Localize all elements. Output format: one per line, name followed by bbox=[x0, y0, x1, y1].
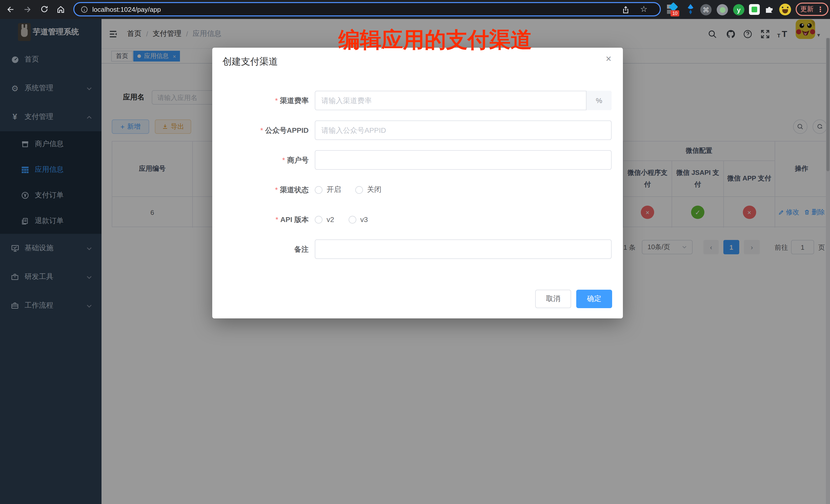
remark-label: 备注 bbox=[294, 245, 309, 253]
radio-status-enabled[interactable]: 开启 bbox=[315, 180, 341, 199]
required-star: * bbox=[275, 186, 278, 194]
browser-menu-icon[interactable]: ⋮ bbox=[817, 5, 824, 13]
bookmark-star-icon[interactable]: ☆ bbox=[640, 4, 647, 14]
api-version-label: API 版本 bbox=[280, 215, 309, 224]
annotation-text: 编辑应用的支付渠道 bbox=[338, 26, 532, 54]
address-bar[interactable]: localhost:1024/pay/app ☆ bbox=[73, 2, 661, 17]
radio-circle-icon bbox=[349, 216, 356, 223]
appid-input[interactable] bbox=[315, 121, 612, 140]
form-row-remark: 备注 bbox=[212, 240, 623, 259]
dialog-close-icon[interactable]: × bbox=[602, 53, 615, 65]
radio-api-v3[interactable]: v3 bbox=[349, 210, 368, 229]
radio-circle-icon bbox=[315, 216, 322, 223]
extension-pen-icon[interactable] bbox=[685, 4, 696, 17]
browser-toolbar: localhost:1024/pay/app ☆ 10 ⌘ y bbox=[0, 0, 830, 19]
channel-status-label: 渠道状态 bbox=[280, 186, 309, 194]
fee-rate-suffix: % bbox=[586, 91, 612, 110]
fee-rate-input[interactable] bbox=[315, 91, 612, 110]
form-row-appid: *公众号APPID bbox=[212, 121, 623, 140]
form-row-api-version: *API 版本 v2 v3 bbox=[212, 210, 623, 229]
site-info-icon[interactable] bbox=[81, 5, 88, 13]
merchant-no-label: 商户号 bbox=[287, 156, 309, 164]
required-star: * bbox=[260, 126, 263, 134]
extension-grey-circle-icon[interactable] bbox=[717, 4, 728, 15]
required-star: * bbox=[275, 96, 278, 104]
form-row-channel-status: *渠道状态 开启 关闭 bbox=[212, 180, 623, 199]
extension-chat-icon[interactable] bbox=[749, 4, 760, 15]
extension-badge: 10 bbox=[671, 10, 679, 17]
extension-puzzle-icon[interactable] bbox=[764, 4, 775, 17]
share-icon[interactable] bbox=[621, 6, 630, 17]
remark-input[interactable] bbox=[315, 240, 612, 259]
extension-diamond-icon[interactable]: 10 bbox=[667, 4, 679, 16]
screen: localhost:1024/pay/app ☆ 10 ⌘ y bbox=[0, 0, 830, 504]
fee-rate-label: 渠道费率 bbox=[280, 96, 309, 104]
extension-y-circle-icon[interactable]: y bbox=[733, 4, 744, 15]
extension-emoji-icon[interactable] bbox=[779, 4, 791, 15]
url-text: localhost:1024/pay/app bbox=[92, 5, 161, 13]
browser-back-icon[interactable] bbox=[5, 4, 16, 15]
radio-api-v2[interactable]: v2 bbox=[315, 210, 334, 229]
radio-circle-icon bbox=[355, 186, 363, 194]
browser-forward-icon[interactable] bbox=[22, 4, 33, 15]
update-label: 更新 bbox=[800, 5, 813, 14]
cancel-button[interactable]: 取消 bbox=[535, 290, 571, 308]
appid-label: 公众号APPID bbox=[265, 126, 309, 134]
extension-command-icon[interactable]: ⌘ bbox=[700, 4, 711, 15]
radio-circle-icon bbox=[315, 186, 322, 194]
browser-reload-icon[interactable] bbox=[39, 4, 50, 15]
form-row-merchant-no: *商户号 bbox=[212, 150, 623, 170]
merchant-no-input[interactable] bbox=[315, 150, 612, 170]
confirm-button[interactable]: 确定 bbox=[576, 290, 612, 308]
dialog-title: 创建支付渠道 bbox=[223, 55, 278, 68]
create-pay-channel-dialog: 创建支付渠道 × *渠道费率 % *公众号APPID *商户号 *渠道状 bbox=[212, 48, 623, 318]
radio-status-disabled[interactable]: 关闭 bbox=[355, 180, 381, 199]
required-star: * bbox=[282, 156, 285, 164]
required-star: * bbox=[276, 215, 278, 224]
browser-home-icon[interactable] bbox=[55, 4, 66, 15]
form-row-fee-rate: *渠道费率 % bbox=[212, 91, 623, 110]
browser-update-button[interactable]: 更新 ⋮ bbox=[796, 3, 828, 16]
